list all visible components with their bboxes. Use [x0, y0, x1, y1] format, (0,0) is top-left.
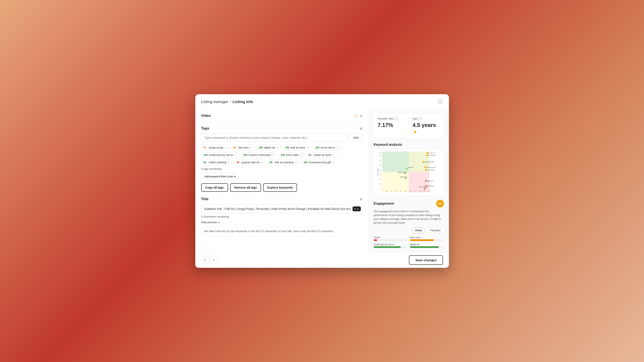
giclee-label: Giclée [374, 236, 408, 239]
favorites-tab[interactable]: Favorites [427, 228, 444, 233]
chart-point [427, 152, 428, 154]
tag-remove-button[interactable]: × [306, 146, 309, 149]
tag-remove-button[interactable]: × [224, 146, 227, 149]
svg-text:40: 40 [379, 169, 381, 171]
title-input[interactable] [201, 204, 362, 213]
tag-item: 94 indian art print × [306, 152, 337, 158]
breadcrumb: Listing manager / Listing info [201, 100, 253, 104]
tag-score: 94 [308, 154, 313, 156]
engagement-bars: Giclée boho style contemporary d [374, 236, 444, 248]
svg-text:Competition: Competition [401, 192, 411, 192]
tag-score: 51 [204, 146, 208, 149]
tag-action-buttons: Copy all tags Remove all tags Explore ke… [201, 183, 362, 192]
tag-score: 38 [236, 161, 241, 164]
next-button[interactable]: › [210, 256, 218, 264]
boho-style-track [410, 239, 444, 241]
svg-text:indian art prin: indian art prin [427, 167, 436, 168]
keyword-dropdown[interactable]: Add keyword from a list ▾ [201, 173, 239, 180]
preview-warning: We didn't find any of your keywords in t… [201, 226, 362, 236]
tag-remove-button[interactable]: × [272, 154, 274, 156]
tag-remove-button[interactable]: × [300, 154, 302, 156]
title-section: Title ∧ ✎ ∨ 0 characters remaining Hide … [201, 197, 362, 236]
svg-text:90: 90 [424, 190, 426, 192]
breadcrumb-parent: Listing manager [201, 100, 228, 104]
favorite-ratio-box: Favorite ratio i 7.17% [374, 113, 409, 138]
favorite-ratio-label: Favorite ratio i [378, 117, 405, 120]
title-collapse-button[interactable]: ∧ [360, 197, 362, 202]
tag-label: modern minimalist [248, 153, 270, 156]
tag-remove-button[interactable]: × [332, 161, 334, 164]
tag-label: contemporary decor [209, 153, 233, 156]
tags-remaining: 0 tags remaining [201, 167, 362, 170]
tag-score: 59 [233, 146, 237, 149]
hide-preview-label: Hide preview [201, 221, 217, 224]
boho-style-bar: boho style [410, 236, 444, 241]
chevron-up-icon: ∧ [218, 221, 220, 224]
tag-remove-button[interactable]: × [250, 146, 252, 149]
tag-remove-button[interactable]: × [260, 161, 263, 164]
tag-label: durga pooja [209, 146, 224, 149]
keyword-analysis-chart: Demand 0 10 20 30 40 50 60 70 80 90 100 … [374, 149, 444, 196]
boho-style-label: boho style [410, 236, 444, 239]
remove-all-tags-button[interactable]: Remove all tags [230, 183, 261, 192]
right-panel: Favorite ratio i 7.17% Age i 4.5 years [368, 109, 449, 252]
age-info-icon[interactable]: i [418, 117, 422, 120]
tag-input[interactable] [201, 134, 348, 142]
engagement-score: 62 [436, 200, 444, 207]
svg-rect-3 [382, 172, 409, 192]
tag-item: 100 home decor × [313, 145, 341, 150]
svg-text:40: 40 [400, 190, 402, 192]
tag-label: folk art painting [275, 161, 293, 164]
tag-remove-button[interactable]: × [332, 154, 335, 156]
preview-warning-text: We didn't find any of your keywords in t… [204, 230, 333, 233]
tag-item: 38 gujarat wall art × [234, 159, 266, 165]
giclee-bar: Giclée [374, 236, 408, 241]
svg-text:durga pooja: durga pooja [400, 176, 407, 178]
save-changes-button[interactable]: Save changes [409, 255, 443, 265]
explore-keywords-button[interactable]: Explore keywords [263, 183, 297, 192]
chart-point [424, 166, 426, 168]
favorite-ratio-info-icon[interactable]: i [394, 117, 398, 120]
title-input-icons: ✎ ∨ [352, 207, 361, 211]
svg-text:folk art paintin: folk art paintin [419, 186, 428, 188]
tag-remove-button[interactable]: × [234, 154, 237, 156]
keyword-dropdown-label: Add keyword from a list [204, 175, 233, 178]
tag-remove-button[interactable]: × [294, 161, 297, 164]
chart-point [424, 188, 426, 190]
modal-header: Listing manager / Listing info i [195, 94, 449, 109]
svg-text:50: 50 [379, 164, 381, 166]
digital-art-track [410, 246, 444, 248]
giclee-fill [374, 239, 377, 241]
left-panel: Video ⚠ ∨ Tags ∧ Add 51 durga pooja [195, 109, 368, 252]
engagement-desc: The engagement score takes in considerat… [374, 210, 444, 225]
contemporary-decor-label: contemporary decor [374, 243, 408, 246]
tag-score: 100 [304, 161, 308, 164]
tags-collapse-button[interactable]: ∧ [360, 126, 362, 131]
add-tag-button[interactable]: Add [349, 134, 362, 142]
bar-row-1: Giclée boho style [374, 236, 444, 241]
tags-section-title: Tags [201, 126, 209, 130]
copy-all-tags-button[interactable]: Copy all tags [201, 183, 228, 192]
contemporary-decor-bar: contemporary decor [374, 243, 408, 248]
tag-label: gujarat wall art [242, 161, 260, 164]
tag-remove-button[interactable]: × [228, 161, 230, 164]
svg-text:i: i [440, 100, 440, 103]
views-tab[interactable]: Views [412, 228, 425, 233]
tag-label: wall art print [290, 146, 305, 149]
tag-remove-button[interactable]: × [336, 146, 338, 149]
hide-preview-button[interactable]: Hide preview ∧ [201, 221, 220, 224]
svg-text:modern mi: modern mi [429, 152, 436, 154]
svg-text:gujarat wall art: gujarat wall art [398, 171, 407, 173]
video-section: Video ⚠ ∨ [201, 113, 362, 122]
title-section-title: Title [201, 197, 208, 201]
tag-label: housewarming gift [309, 161, 331, 164]
digital-art-bar: digital art [410, 243, 444, 248]
title-edit-button[interactable]: ✎ ∨ [352, 207, 361, 211]
tag-remove-button[interactable]: × [276, 146, 279, 149]
tag-score: 100 [204, 154, 208, 156]
svg-text:Demand: Demand [377, 168, 379, 175]
prev-button[interactable]: ‹ [201, 256, 209, 264]
close-button[interactable]: i [437, 98, 443, 105]
tag-input-row: Add [201, 134, 362, 142]
tag-item: 100 digital art × [256, 145, 281, 150]
